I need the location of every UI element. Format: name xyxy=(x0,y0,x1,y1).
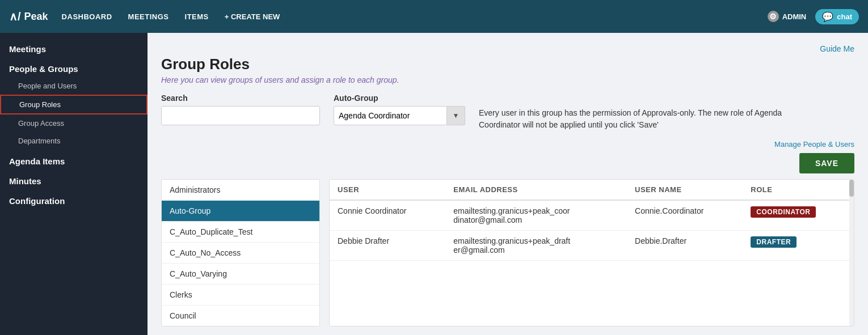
nav-links: DASHBOARD MEETINGS ITEMS + CREATE NEW xyxy=(62,12,754,21)
user-table-container: USER EMAIL ADDRESS USER NAME ROLE Connie… xyxy=(329,179,854,326)
group-list: Administrators Auto-Group C_Auto_Duplica… xyxy=(161,179,320,326)
nav-dashboard[interactable]: DASHBOARD xyxy=(62,12,112,21)
save-button[interactable]: SAVE xyxy=(799,153,854,173)
role-badge-coordinator: COORDINATOR xyxy=(751,206,816,218)
user-name-cell: Debbie Drafter xyxy=(330,231,445,261)
group-list-item-c-auto-varying[interactable]: C_Auto_Varying xyxy=(162,264,319,285)
select-arrow-icon[interactable]: ▼ xyxy=(447,106,465,125)
admin-label: ADMIN xyxy=(782,12,807,21)
search-section: Search xyxy=(161,94,320,125)
role-badge-drafter: DRAFTER xyxy=(751,236,797,248)
group-list-item-clerks[interactable]: Clerks xyxy=(162,285,319,306)
top-navigation: ∧/ Peak DASHBOARD MEETINGS ITEMS + CREAT… xyxy=(0,0,868,33)
chat-icon: 💬 xyxy=(822,11,833,22)
page-subtitle: Here you can view groups of users and as… xyxy=(161,75,854,84)
col-role: ROLE xyxy=(743,180,854,200)
table-header-row: USER EMAIL ADDRESS USER NAME ROLE xyxy=(330,180,854,200)
nav-right: ⚙ ADMIN 💬 chat xyxy=(768,9,859,24)
auto-group-label: Auto-Group xyxy=(334,94,465,103)
group-list-item-administrators[interactable]: Administrators xyxy=(162,180,319,201)
chat-label: chat xyxy=(837,12,852,21)
sidebar-item-configuration[interactable]: Configuration xyxy=(0,189,148,209)
user-email-cell: emailtesting.granicus+peak_coordinator@g… xyxy=(445,200,627,231)
scrollbar-thumb[interactable] xyxy=(849,180,854,197)
admin-button[interactable]: ⚙ ADMIN xyxy=(768,11,807,22)
group-list-item-c-auto-no-access[interactable]: C_Auto_No_Access xyxy=(162,243,319,264)
user-name-cell: Connie Coordinator xyxy=(330,200,445,231)
page-title: Group Roles xyxy=(161,56,854,73)
lower-section: Administrators Auto-Group C_Auto_Duplica… xyxy=(161,179,854,326)
user-username-cell: Connie.Coordinator xyxy=(627,200,743,231)
sidebar: Meetings People & Groups People and User… xyxy=(0,33,148,335)
search-label: Search xyxy=(161,94,320,103)
sidebar-item-departments[interactable]: Departments xyxy=(0,132,148,150)
auto-group-dropdown[interactable]: Agenda Coordinator Drafter Approver None xyxy=(334,106,447,125)
group-list-item-council[interactable]: Council xyxy=(162,306,319,326)
group-list-item-auto-group[interactable]: Auto-Group xyxy=(162,201,319,222)
manage-people-users-link[interactable]: Manage People & Users xyxy=(774,140,854,149)
nav-create-new[interactable]: + CREATE NEW xyxy=(225,12,280,21)
gear-icon: ⚙ xyxy=(768,11,779,22)
sidebar-item-people-users[interactable]: People and Users xyxy=(0,77,148,95)
main-content: Guide Me Group Roles Here you can view g… xyxy=(148,33,868,335)
col-email: EMAIL ADDRESS xyxy=(445,180,627,200)
user-role-cell: DRAFTER xyxy=(743,231,854,261)
sidebar-item-meetings[interactable]: Meetings xyxy=(0,37,148,57)
brand-logo[interactable]: ∧/ Peak xyxy=(9,10,48,23)
auto-group-section: Auto-Group Agenda Coordinator Drafter Ap… xyxy=(334,94,465,125)
brand-icon: ∧/ xyxy=(9,10,21,23)
guide-me-link[interactable]: Guide Me xyxy=(820,44,854,53)
nav-items[interactable]: ITEMS xyxy=(185,12,209,21)
user-table: USER EMAIL ADDRESS USER NAME ROLE Connie… xyxy=(330,180,854,261)
group-list-item-c-auto-duplicate[interactable]: C_Auto_Duplicate_Test xyxy=(162,222,319,243)
chat-button[interactable]: 💬 chat xyxy=(815,9,859,24)
info-text: Every user in this group has the permiss… xyxy=(479,94,819,131)
col-user: USER xyxy=(330,180,445,200)
main-layout: Meetings People & Groups People and User… xyxy=(0,33,868,335)
auto-group-select-wrapper: Agenda Coordinator Drafter Approver None… xyxy=(334,106,465,125)
user-username-cell: Debbie.Drafter xyxy=(627,231,743,261)
search-input[interactable] xyxy=(161,106,320,125)
nav-meetings[interactable]: MEETINGS xyxy=(128,12,169,21)
brand-name: Peak xyxy=(24,11,48,23)
sidebar-item-group-access[interactable]: Group Access xyxy=(0,115,148,132)
user-role-cell: COORDINATOR xyxy=(743,200,854,231)
user-email-cell: emailtesting.granicus+peak_drafter@gmail… xyxy=(445,231,627,261)
sidebar-item-minutes[interactable]: Minutes xyxy=(0,169,148,189)
sidebar-section-people-groups[interactable]: People & Groups xyxy=(0,57,148,77)
sidebar-item-group-roles[interactable]: Group Roles xyxy=(0,95,148,115)
scrollbar[interactable] xyxy=(849,180,854,326)
table-row: Connie Coordinator emailtesting.granicus… xyxy=(330,200,854,231)
col-username: USER NAME xyxy=(627,180,743,200)
sidebar-item-agenda-items[interactable]: Agenda Items xyxy=(0,150,148,169)
top-controls: Search Auto-Group Agenda Coordinator Dra… xyxy=(161,94,854,131)
table-row: Debbie Drafter emailtesting.granicus+pea… xyxy=(330,231,854,261)
